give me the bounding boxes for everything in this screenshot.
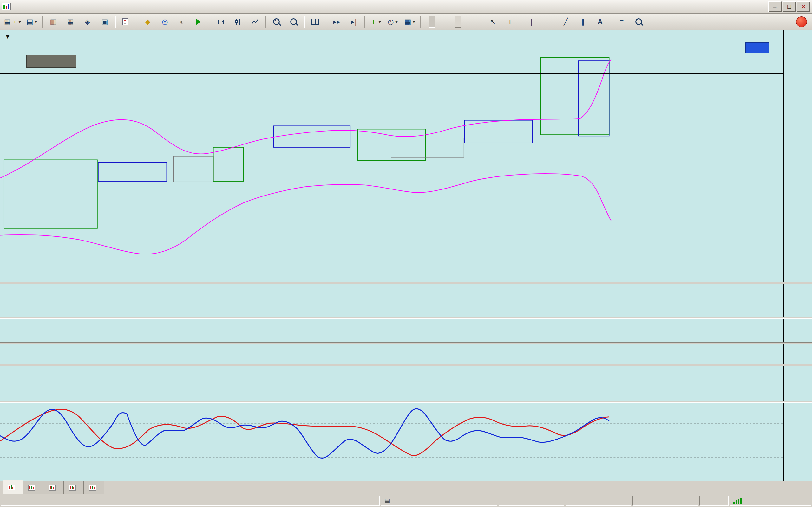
terminal-button[interactable]: ▣ [96, 15, 113, 29]
profiles-button[interactable]: ▤▾ [23, 15, 40, 29]
c12-toggle-button[interactable] [26, 55, 77, 68]
zoom-out-button[interactable]: − [285, 15, 302, 29]
show-button[interactable] [745, 43, 769, 53]
time-axis[interactable] [0, 471, 812, 481]
rsi-canvas[interactable] [0, 319, 783, 342]
session-box-london46[interactable] [357, 129, 426, 160]
kiosotto-canvas[interactable] [0, 344, 783, 364]
new-order-button[interactable] [118, 15, 135, 29]
close-button[interactable]: × [797, 1, 810, 12]
timeframe-h4[interactable] [455, 16, 461, 27]
trendline-button[interactable]: ╱ [557, 15, 574, 29]
metaeditor-button[interactable]: ◆ [139, 15, 156, 29]
session-box-london49[interactable] [173, 156, 213, 182]
kiosotto-axis[interactable] [783, 344, 812, 364]
chart-tab-icon [69, 485, 76, 491]
tile-windows-button[interactable] [307, 15, 324, 29]
menu-window[interactable] [68, 5, 78, 8]
zigzag-axis[interactable] [783, 284, 812, 317]
objects-list-button[interactable]: ≡ [613, 15, 630, 29]
tab-xauusd-m5[interactable] [23, 481, 43, 494]
session-box-ny58[interactable] [213, 147, 243, 181]
density-axis[interactable] [783, 366, 812, 400]
kiosotto-area[interactable] [0, 344, 783, 364]
navigator-button[interactable]: ◈ [79, 15, 96, 29]
menu-file[interactable] [14, 5, 24, 8]
timeframe-w1[interactable] [467, 16, 473, 27]
timeframe-m30[interactable] [442, 16, 448, 27]
status-empty-cell [499, 496, 564, 506]
timeframe-mn[interactable] [473, 16, 480, 27]
session-box-london97[interactable] [4, 160, 97, 228]
session-box-ny12[interactable] [391, 138, 464, 157]
main-chart-area[interactable]: ▼ [0, 31, 783, 282]
periods-button[interactable]: ◷▾ [384, 15, 401, 29]
zoom-in-button[interactable]: + [268, 15, 285, 29]
menu-insert[interactable] [36, 5, 46, 8]
status-empty-cell [632, 496, 698, 506]
density-area[interactable] [0, 366, 783, 400]
minimize-button[interactable]: – [768, 1, 781, 12]
tab-btcusd-m1[interactable] [43, 481, 63, 494]
text-tool-button[interactable]: A [592, 15, 609, 29]
tab-eurusd-m5[interactable] [3, 480, 23, 494]
rsi-area[interactable] [0, 319, 783, 342]
new-chart-button[interactable]: ▦＋▾ [2, 15, 23, 29]
chevron-down-icon: ▾ [35, 19, 37, 24]
search-button[interactable] [630, 15, 647, 29]
panel-splitter[interactable] [0, 282, 812, 284]
price-axis[interactable] [783, 31, 812, 282]
rsi-axis[interactable] [783, 319, 812, 342]
timeframe-d1[interactable] [461, 16, 467, 27]
panel-splitter[interactable] [0, 317, 812, 319]
qqe-axis[interactable] [783, 403, 812, 471]
qqe-canvas[interactable] [0, 403, 783, 471]
window-controls: – □ × [768, 1, 810, 12]
panel-splitter[interactable] [0, 342, 812, 344]
session-box-sydney2[interactable] [273, 126, 350, 147]
zigzag-canvas[interactable] [0, 284, 783, 317]
strategy-tester-button[interactable]: ◎ [156, 15, 173, 29]
timeframe-m5[interactable] [429, 16, 436, 27]
candlestick-chart-button[interactable] [229, 15, 247, 29]
bar-chart-button[interactable] [212, 15, 229, 29]
panel-splitter[interactable] [0, 400, 812, 403]
menu-tools[interactable] [57, 5, 67, 8]
bollinger-lower-band [0, 174, 611, 254]
menu-help[interactable] [79, 5, 89, 8]
menu-bar: – □ × [0, 0, 812, 14]
templates-button[interactable]: ▦▾ [401, 15, 418, 29]
density-canvas[interactable] [0, 366, 783, 400]
menu-charts[interactable] [46, 5, 56, 8]
main-chart-canvas[interactable] [0, 31, 783, 282]
data-window-button[interactable]: ▦ [62, 15, 79, 29]
indicators-button[interactable]: ＋▾ [367, 15, 384, 29]
horizontal-line-button[interactable]: ─ [540, 15, 557, 29]
line-chart-button[interactable] [247, 15, 264, 29]
timeframe-m1[interactable] [423, 16, 429, 27]
crosshair-button[interactable]: + [502, 15, 519, 29]
timeframe-m15[interactable] [436, 16, 442, 27]
menu-view[interactable] [25, 5, 35, 8]
vertical-line-button[interactable]: | [523, 15, 540, 29]
session-boxes[interactable] [4, 57, 609, 228]
options-button[interactable]: ◐ [173, 15, 191, 29]
autotrading-button[interactable] [191, 15, 208, 29]
qqe-area[interactable] [0, 403, 783, 471]
restore-button[interactable]: □ [782, 1, 796, 12]
session-box-london11[interactable] [541, 57, 609, 135]
auto-scroll-button[interactable]: ▸▸ [328, 15, 345, 29]
chart-shift-button[interactable]: ▸| [345, 15, 362, 29]
search-icon [635, 18, 642, 25]
toolbar-separator [115, 16, 116, 27]
market-watch-button[interactable]: ▥ [45, 15, 62, 29]
tab-nzdcad-m1[interactable] [84, 481, 104, 494]
timeframe-h1[interactable] [448, 16, 455, 27]
zigzag-area[interactable] [0, 284, 783, 317]
cursor-button[interactable]: ↖ [484, 15, 502, 29]
equidistant-channel-button[interactable]: ∥ [574, 15, 592, 29]
tab-eurusd-m1[interactable] [63, 481, 84, 494]
session-box-sydney1[interactable] [98, 162, 167, 181]
panel-splitter[interactable] [0, 364, 812, 366]
notification-badge[interactable] [796, 16, 807, 27]
